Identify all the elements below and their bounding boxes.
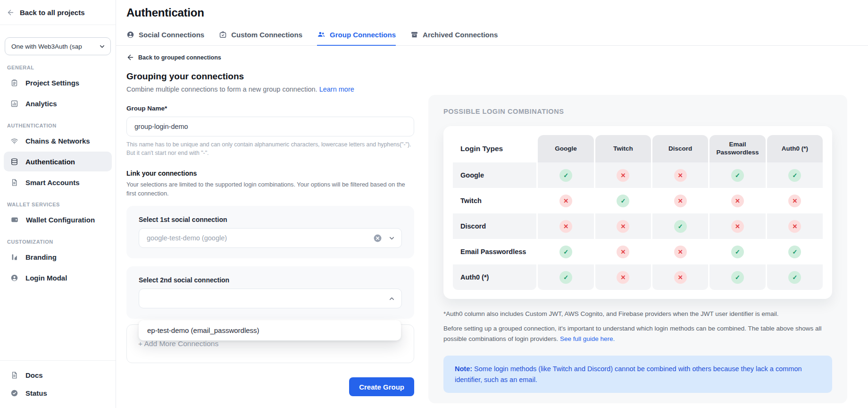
x-icon: ✕: [674, 169, 687, 182]
back-to-projects-button[interactable]: Back to all projects: [7, 8, 85, 17]
check-icon: ✓: [559, 271, 572, 284]
tab-custom-connections[interactable]: Custom Connections: [219, 30, 302, 46]
tab-label: Group Connections: [330, 31, 396, 39]
table-header-discord: Discord: [652, 135, 708, 162]
table-cell: ✕: [538, 213, 593, 239]
tab-label: Custom Connections: [231, 31, 302, 39]
content-body: Back to grouped connections Grouping you…: [116, 46, 868, 408]
table-cell: ✕: [652, 264, 708, 290]
sidebar-item-label: Branding: [25, 253, 57, 261]
back-to-projects-label: Back to all projects: [20, 8, 85, 17]
table-cell: ✕: [595, 213, 651, 239]
sidebar-section-label: AUTHENTICATION: [0, 123, 116, 128]
clear-selection-icon[interactable]: [373, 234, 382, 243]
tab-archived-connections[interactable]: Archived Connections: [410, 30, 498, 46]
subheading-text: Combine multiple connections to form a n…: [126, 85, 317, 93]
file-icon: [10, 178, 18, 187]
select-1st-connection[interactable]: google-test-demo (google): [139, 228, 402, 248]
x-icon: ✕: [674, 246, 687, 258]
table-row-label-twitch: Twitch: [453, 188, 536, 213]
check-circle-icon: [10, 389, 18, 397]
sidebar-item-label: Project Settings: [25, 79, 79, 87]
note-box: Note: Some login methods (like Twitch an…: [443, 356, 832, 393]
tab-group-connections[interactable]: Group Connections: [317, 30, 396, 46]
sidebar-item-branding[interactable]: Branding: [4, 247, 112, 267]
sidebar-item-authentication[interactable]: Authentication: [4, 152, 112, 171]
combinations-panel-title: POSSIBLE LOGIN COMBINATIONS: [443, 108, 832, 115]
section-subheading: Combine multiple connections to form a n…: [126, 85, 414, 93]
sidebar-item-label: Login Modal: [25, 274, 67, 282]
sidebar-item-chains-networks[interactable]: Chains & Networks: [4, 131, 112, 151]
sidebar-item-smart-accounts[interactable]: Smart Accounts: [4, 172, 112, 192]
note-text: Some login methods (like Twitch and Disc…: [455, 365, 802, 383]
tab-label: Social Connections: [139, 31, 204, 39]
table-cell: ✕: [652, 188, 708, 213]
file-icon: [10, 371, 18, 379]
back-link-label: Back to grouped connections: [138, 54, 221, 61]
badge-check-icon: [219, 31, 227, 39]
table-header-email-passwordless: Email Passwordless: [709, 135, 765, 162]
select-2nd-connection-label: Select 2nd social connection: [139, 276, 402, 284]
group-connection-form: Back to grouped connections Grouping you…: [116, 46, 428, 408]
learn-more-link[interactable]: Learn more: [319, 85, 354, 93]
create-group-button[interactable]: Create Group: [349, 377, 414, 396]
tab-social-connections[interactable]: Social Connections: [126, 30, 204, 46]
person-circle-icon: [10, 274, 18, 282]
sidebar-section-authentication: AUTHENTICATION Chains & Networks Authent…: [0, 123, 116, 192]
arrow-left-icon: [126, 53, 134, 61]
table-header-login-types: Login Types: [453, 135, 536, 162]
sidebar-item-wallet-configuration[interactable]: Wallet Configuration: [4, 210, 112, 230]
table-header-twitch: Twitch: [595, 135, 651, 162]
sidebar-section-wallet-services: WALLET SERVICES Wallet Configuration: [0, 202, 116, 230]
select-2nd-connection[interactable]: [139, 289, 402, 308]
chevron-down-icon: [99, 43, 106, 50]
tab-label: Archived Connections: [423, 31, 498, 39]
sidebar: Back to all projects One with Web3Auth (…: [0, 0, 116, 408]
see-full-guide-link[interactable]: See full guide here.: [560, 335, 615, 342]
sidebar-item-label: Docs: [25, 371, 43, 379]
table-cell: ✓: [767, 162, 823, 188]
sidebar-section-label: GENERAL: [0, 65, 116, 70]
table-cell: ✕: [652, 239, 708, 264]
table-cell: ✕: [595, 162, 651, 188]
check-icon: ✓: [674, 220, 687, 233]
create-group-row: Create Group: [126, 377, 414, 396]
app-window: Back to all projects One with Web3Auth (…: [0, 0, 868, 408]
guide-paragraph: Before setting up a grouped connection, …: [443, 323, 832, 344]
sidebar-item-analytics[interactable]: Analytics: [4, 94, 112, 113]
table-row-label-google: Google: [453, 162, 536, 188]
connection-dropdown: ep-test-demo (email_passwordless): [139, 320, 401, 340]
table-cell: ✕: [767, 188, 823, 213]
x-icon: ✕: [788, 195, 801, 207]
table-cell: ✓: [595, 188, 651, 213]
back-to-grouped-connections-link[interactable]: Back to grouped connections: [126, 53, 414, 61]
sidebar-item-status[interactable]: Status: [4, 384, 112, 401]
x-icon: ✕: [674, 271, 687, 284]
table-cell: ✕: [709, 213, 765, 239]
link-connections-description: Your selections are limited to the suppo…: [126, 180, 414, 198]
x-icon: ✕: [674, 195, 687, 207]
sidebar-item-project-settings[interactable]: Project Settings: [4, 73, 112, 93]
page-title: Authentication: [126, 6, 868, 19]
group-name-label: Group Name*: [126, 105, 414, 112]
table-row-label-auth0: Auth0 (*): [453, 264, 536, 290]
wallet-icon: [10, 215, 19, 224]
x-icon: ✕: [617, 271, 629, 284]
sidebar-item-docs[interactable]: Docs: [4, 366, 112, 383]
group-name-input[interactable]: [126, 117, 414, 136]
users-group-icon: [317, 30, 326, 39]
project-selector[interactable]: One with Web3Auth (sap: [5, 37, 111, 55]
section-heading: Grouping your connections: [126, 71, 414, 82]
x-icon: ✕: [617, 169, 629, 182]
check-icon: ✓: [731, 271, 744, 284]
table-cell: ✕: [595, 239, 651, 264]
database-icon: [10, 158, 18, 166]
sidebar-item-login-modal[interactable]: Login Modal: [4, 268, 112, 288]
dropdown-option-ep-test-demo-email-passwordless[interactable]: ep-test-demo (email_passwordless): [139, 320, 401, 340]
chevron-up-icon: [388, 295, 395, 302]
table-cell: ✓: [538, 162, 593, 188]
add-more-connections-button[interactable]: + Add More Connections: [138, 340, 218, 348]
x-icon: ✕: [617, 246, 629, 258]
table-cell: ✓: [709, 239, 765, 264]
table-cell: ✓: [538, 264, 593, 290]
